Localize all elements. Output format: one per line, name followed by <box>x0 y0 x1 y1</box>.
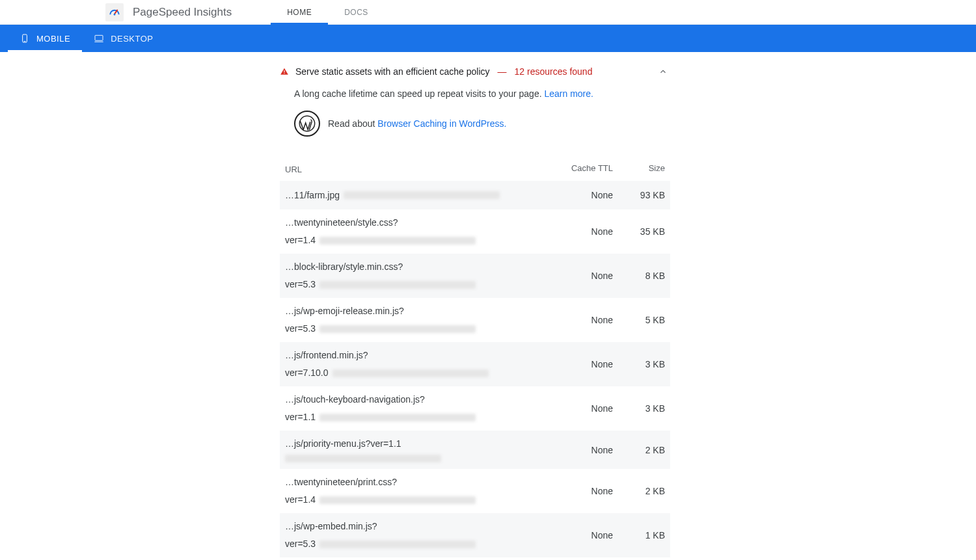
redacted-domain <box>319 281 476 289</box>
wp-caching-link[interactable]: Browser Caching in WordPress. <box>377 118 506 129</box>
url-text: …js/touch-keyboard-navigation.js? <box>285 393 561 407</box>
ttl-cell: None <box>561 359 613 369</box>
tab-home[interactable]: HOME <box>271 0 328 24</box>
url-text: ver=1.1 <box>285 410 316 424</box>
url-cell: …js/touch-keyboard-navigation.js?ver=1.1 <box>285 393 561 424</box>
table-row: …js/wp-emoji-release.min.js?ver=5.3None5… <box>280 298 670 342</box>
table-row: …block-library/style.min.css?ver=5.3None… <box>280 254 670 298</box>
url-cell: …js/frontend.min.js?ver=7.10.0 <box>285 349 561 380</box>
chevron-up-icon <box>658 67 668 76</box>
table-row: …js/wp-embed.min.js?ver=5.3None1 KB <box>280 513 670 557</box>
url-text: ver=1.4 <box>285 233 316 247</box>
url-text: ver=5.3 <box>285 278 316 291</box>
table-body: …11/farm.jpgNone93 KB…twentynineteen/sty… <box>280 181 670 560</box>
device-tab-desktop[interactable]: DESKTOP <box>82 25 165 52</box>
audit-dash: — <box>498 66 507 77</box>
url-text: …block-library/style.min.css? <box>285 260 561 274</box>
gauge-icon <box>108 6 121 19</box>
url-text: …js/priority-menu.js?ver=1.1 <box>285 437 401 451</box>
audit-header[interactable]: Serve static assets with an efficient ca… <box>280 66 670 77</box>
size-cell: 35 KB <box>613 226 665 237</box>
url-text: ver=1.4 <box>285 493 316 507</box>
url-text: …js/frontend.min.js? <box>285 349 561 362</box>
redacted-domain <box>319 325 476 333</box>
col-header-url: URL <box>285 165 561 174</box>
tab-docs[interactable]: DOCS <box>328 0 385 24</box>
url-cell: …js/priority-menu.js?ver=1.1 <box>285 437 561 462</box>
device-tab-mobile[interactable]: MOBILE <box>8 25 82 52</box>
app-title: PageSpeed Insights <box>133 6 232 19</box>
size-cell: 3 KB <box>613 403 665 414</box>
ttl-cell: None <box>561 486 613 496</box>
ttl-cell: None <box>561 530 613 540</box>
mobile-icon <box>20 33 30 44</box>
table-row: …twentynineteen/print.css?ver=1.4None2 K… <box>280 469 670 513</box>
svg-rect-5 <box>284 70 284 72</box>
redacted-domain <box>332 369 489 377</box>
resource-table: URL Cache TTL Size …11/farm.jpgNone93 KB… <box>280 163 670 560</box>
url-text: ver=5.3 <box>285 537 316 551</box>
url-text: ver=7.10.0 <box>285 366 329 380</box>
wordpress-logo-icon <box>294 111 320 137</box>
svg-point-0 <box>114 14 116 16</box>
redacted-domain <box>319 540 476 548</box>
wp-read-text: Read about <box>328 118 377 129</box>
size-cell: 93 KB <box>613 190 665 200</box>
device-tab-label: MOBILE <box>36 34 70 44</box>
pagespeed-logo <box>105 3 124 21</box>
table-row: …js/frontend.min.js?ver=7.10.0None3 KB <box>280 342 670 386</box>
ttl-cell: None <box>561 315 613 325</box>
table-row: …11/farm.jpgNone93 KB <box>280 181 670 209</box>
url-text: …js/wp-emoji-release.min.js? <box>285 304 561 318</box>
ttl-cell: None <box>561 190 613 200</box>
url-text: …js/wp-embed.min.js? <box>285 520 561 533</box>
url-text: …11/farm.jpg <box>285 189 340 202</box>
redacted-domain <box>319 414 476 421</box>
url-cell: …11/farm.jpg <box>285 189 561 202</box>
size-cell: 2 KB <box>613 486 665 496</box>
audit-title: Serve static assets with an efficient ca… <box>295 66 490 77</box>
audit-count: 12 resources found <box>515 66 593 77</box>
audit-desc-text: A long cache lifetime can speed up repea… <box>294 88 544 99</box>
size-cell: 3 KB <box>613 359 665 369</box>
url-text: …twentynineteen/style.css? <box>285 216 561 230</box>
url-text: ver=5.3 <box>285 322 316 336</box>
audit-description: A long cache lifetime can speed up repea… <box>294 88 670 99</box>
redacted-domain <box>285 455 441 462</box>
table-row: …block-library/theme.min.css?ver=5.3None… <box>280 557 670 560</box>
url-cell: …js/wp-emoji-release.min.js?ver=5.3 <box>285 304 561 336</box>
ttl-cell: None <box>561 403 613 414</box>
size-cell: 2 KB <box>613 445 665 455</box>
content-area: Serve static assets with an efficient ca… <box>0 52 976 560</box>
url-cell: …twentynineteen/style.css?ver=1.4 <box>285 216 561 247</box>
audit-header-left: Serve static assets with an efficient ca… <box>280 66 592 77</box>
size-cell: 8 KB <box>613 271 665 281</box>
redacted-domain <box>319 496 476 504</box>
wordpress-row: Read about Browser Caching in WordPress. <box>294 111 670 137</box>
table-row: …js/touch-keyboard-navigation.js?ver=1.1… <box>280 386 670 431</box>
learn-more-link[interactable]: Learn more. <box>544 88 593 99</box>
col-header-ttl: Cache TTL <box>561 163 613 174</box>
url-cell: …block-library/style.min.css?ver=5.3 <box>285 260 561 291</box>
device-bar: MOBILE DESKTOP <box>0 25 976 52</box>
audit-container: Serve static assets with an efficient ca… <box>280 66 670 560</box>
desktop-icon <box>94 33 104 44</box>
warning-icon <box>280 67 289 76</box>
svg-rect-3 <box>95 35 103 40</box>
table-row: …js/priority-menu.js?ver=1.1None2 KB <box>280 431 670 469</box>
size-cell: 5 KB <box>613 315 665 325</box>
nav-tabs: HOME DOCS <box>271 0 385 24</box>
col-header-size: Size <box>613 163 665 174</box>
url-cell: …twentynineteen/print.css?ver=1.4 <box>285 475 561 507</box>
top-header: PageSpeed Insights HOME DOCS <box>0 0 976 25</box>
table-row: …twentynineteen/style.css?ver=1.4None35 … <box>280 209 670 254</box>
redacted-domain <box>344 191 500 199</box>
device-tab-label: DESKTOP <box>111 34 153 44</box>
ttl-cell: None <box>561 226 613 237</box>
size-cell: 1 KB <box>613 530 665 540</box>
url-text: …twentynineteen/print.css? <box>285 475 561 489</box>
ttl-cell: None <box>561 271 613 281</box>
url-cell: …js/wp-embed.min.js?ver=5.3 <box>285 520 561 551</box>
redacted-domain <box>319 237 476 245</box>
table-header: URL Cache TTL Size <box>280 163 670 181</box>
